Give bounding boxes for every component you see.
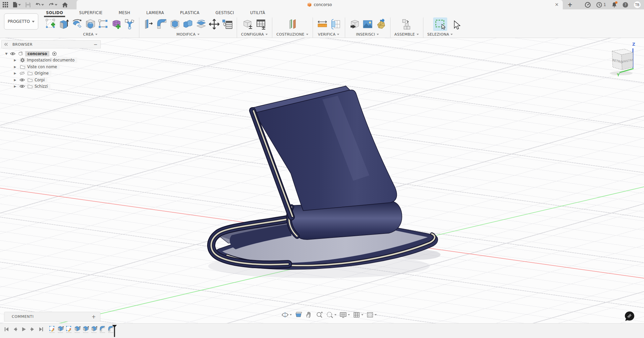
tab-gestisci[interactable]: GESTISCI xyxy=(215,10,235,16)
group-label-inserisci[interactable]: INSERISCI xyxy=(356,32,379,37)
timeline-feature-extrude-icon[interactable] xyxy=(57,326,64,333)
new-component-icon[interactable] xyxy=(401,18,412,30)
grid-settings-button[interactable] xyxy=(353,311,363,318)
document-tab[interactable]: concorso × xyxy=(77,0,563,9)
group-label-costruzione[interactable]: COSTRUZIONE xyxy=(276,32,308,37)
new-tab-button[interactable]: + xyxy=(567,1,572,8)
tab-utilita[interactable]: UTILITÀ xyxy=(249,10,266,16)
visibility-off-eye-icon[interactable] xyxy=(19,71,25,75)
fit-button[interactable] xyxy=(326,311,336,318)
viewports-button[interactable] xyxy=(366,311,377,318)
timeline-feature-extrude-icon[interactable] xyxy=(91,326,97,333)
browser-root-row[interactable]: ▼ concorso xyxy=(1,50,101,57)
pipe-icon[interactable] xyxy=(124,18,135,30)
home-icon[interactable] xyxy=(62,2,68,7)
orbit-caret[interactable] xyxy=(290,314,292,315)
press-pull-icon[interactable] xyxy=(143,18,154,30)
fillet-icon[interactable] xyxy=(156,18,167,30)
pan-button[interactable] xyxy=(305,311,313,318)
browser-item-origine[interactable]: ▶ Origine xyxy=(1,70,101,77)
extensions-icon[interactable] xyxy=(585,2,591,8)
hole-icon[interactable] xyxy=(85,18,96,30)
group-label-configura[interactable]: CONFIGURA xyxy=(241,32,268,37)
group-label-verifica[interactable]: VERIFICA xyxy=(318,32,340,37)
create-sketch-icon[interactable] xyxy=(46,18,56,30)
step-forward-icon[interactable] xyxy=(30,327,35,332)
activate-component-icon[interactable] xyxy=(52,51,57,56)
configure-icon[interactable] xyxy=(243,18,254,30)
extrude-icon[interactable] xyxy=(59,18,70,30)
display-settings-button[interactable] xyxy=(339,311,350,318)
browser-item-viste[interactable]: ▶ Viste con nome xyxy=(1,64,101,70)
comments-bar[interactable]: COMMENTI + xyxy=(4,312,100,322)
group-label-crea[interactable]: CREA xyxy=(83,32,98,37)
viewports-caret[interactable] xyxy=(375,314,377,315)
insert-mesh-icon[interactable] xyxy=(375,18,386,30)
job-status-button[interactable]: 1 xyxy=(596,2,606,8)
undo-button[interactable] xyxy=(35,3,44,7)
expand-chevron-icon[interactable]: ▶ xyxy=(13,78,17,82)
help-icon[interactable]: ? xyxy=(623,2,628,8)
offset-face-icon[interactable] xyxy=(196,18,206,30)
redo-caret[interactable] xyxy=(55,4,57,6)
file-menu-button[interactable] xyxy=(13,2,21,7)
browser-item-corpi[interactable]: ▶ Corpi xyxy=(1,77,101,83)
timeline-feature-extrude-icon[interactable] xyxy=(83,326,89,333)
tab-mesh[interactable]: MESH xyxy=(118,10,131,16)
tab-lamiera[interactable]: LAMIERA xyxy=(146,10,165,16)
play-icon[interactable] xyxy=(21,327,26,332)
go-to-end-icon[interactable] xyxy=(39,327,44,332)
expand-chevron-icon[interactable]: ▶ xyxy=(13,65,17,69)
redo-button[interactable] xyxy=(49,3,57,7)
expand-chevron-icon[interactable]: ▶ xyxy=(13,85,17,88)
feedback-chat-button[interactable] xyxy=(625,311,635,321)
collapse-panel-icon[interactable] xyxy=(4,43,8,46)
group-label-modifica[interactable]: MODIFICA xyxy=(176,32,199,37)
notifications-button[interactable] xyxy=(612,2,617,7)
browser-item-schizzi[interactable]: ▶ Schizzi xyxy=(1,83,101,90)
select-button[interactable] xyxy=(433,17,447,31)
shell-icon[interactable] xyxy=(170,18,180,30)
project-button[interactable]: PROGETTO xyxy=(4,13,38,30)
app-grid-icon[interactable] xyxy=(3,2,8,7)
move-copy-icon[interactable] xyxy=(209,18,220,30)
insert-image-icon[interactable] xyxy=(362,18,373,30)
measure-icon[interactable] xyxy=(317,18,328,30)
tab-solido[interactable]: SOLIDO xyxy=(45,10,64,16)
group-label-assemble[interactable]: ASSEMBLE xyxy=(395,32,419,37)
timeline-feature-sketch-icon[interactable] xyxy=(66,326,72,333)
fit-caret[interactable] xyxy=(334,314,336,315)
grid-caret[interactable] xyxy=(361,314,363,315)
expand-chevron-icon[interactable]: ▶ xyxy=(13,72,17,75)
go-to-start-icon[interactable] xyxy=(4,327,9,332)
display-caret[interactable] xyxy=(348,314,350,315)
create-form-icon[interactable] xyxy=(111,18,122,30)
timeline-feature-sketch-icon[interactable] xyxy=(49,326,55,333)
configuration-table-icon[interactable] xyxy=(256,18,267,30)
construction-plane-icon[interactable] xyxy=(287,18,298,30)
timeline-feature-fillet-icon[interactable] xyxy=(99,326,106,333)
add-comment-button[interactable]: + xyxy=(92,314,96,320)
minimize-browser-button[interactable]: − xyxy=(94,42,98,47)
visibility-eye-icon[interactable] xyxy=(19,78,25,82)
browser-item-impostazioni[interactable]: ▶ Impostazioni documento xyxy=(1,57,101,64)
zoom-button[interactable] xyxy=(316,311,323,318)
expand-chevron-icon[interactable]: ▼ xyxy=(5,52,8,55)
rectangular-pattern-icon[interactable] xyxy=(98,18,109,30)
visibility-eye-icon[interactable] xyxy=(10,52,15,56)
visibility-eye-icon[interactable] xyxy=(19,84,25,88)
undo-caret[interactable] xyxy=(41,4,44,6)
viewcube-cube[interactable]: RETRO SINISTRA xyxy=(612,49,634,70)
avatar[interactable]: TB xyxy=(634,1,641,8)
timeline-feature-extrude-icon[interactable] xyxy=(74,326,81,333)
step-back-icon[interactable] xyxy=(13,327,17,332)
section-analysis-icon[interactable] xyxy=(330,18,341,30)
close-tab-icon[interactable]: × xyxy=(555,2,559,7)
browser-root-label[interactable]: concorso xyxy=(25,51,49,56)
tab-superficie[interactable]: SUPERFICIE xyxy=(79,10,103,16)
view-cube[interactable]: Z Y RETRO SINISTRA xyxy=(603,41,643,78)
expand-chevron-icon[interactable]: ▶ xyxy=(13,58,17,62)
combine-icon[interactable] xyxy=(183,18,193,30)
save-icon[interactable] xyxy=(26,2,31,7)
revolve-icon[interactable] xyxy=(72,18,83,30)
